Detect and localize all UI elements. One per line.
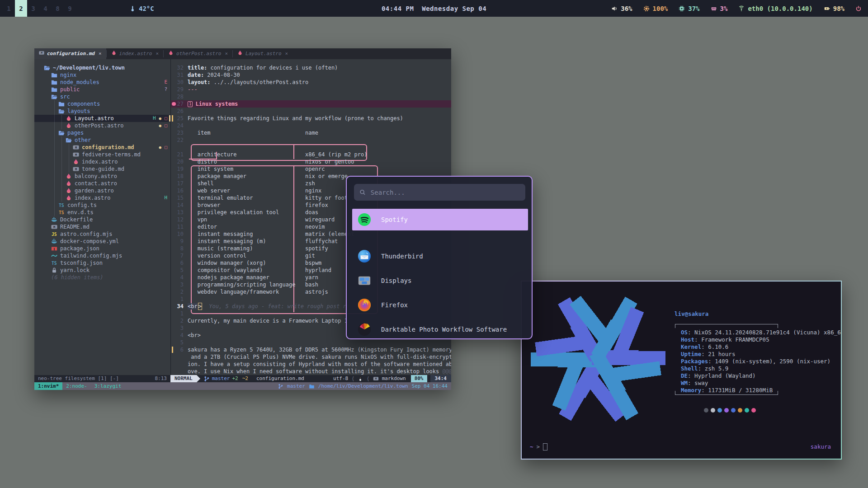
- tree-item-garden.astro[interactable]: garden.astro: [34, 187, 170, 194]
- tree-item-label: layouts: [67, 108, 90, 115]
- tree-item-Layout.astro[interactable]: Layout.astroH●□: [34, 115, 170, 122]
- tree-item---Development-liv.town[interactable]: ~/Development/liv.town: [34, 64, 170, 71]
- tree-item-fediverse-terms.md[interactable]: fediverse-terms.md: [34, 151, 170, 158]
- launcher-item-spotify[interactable]: Spotify: [352, 209, 528, 230]
- tab-close-icon[interactable]: ×: [99, 50, 102, 57]
- fastfetch-terminal: liv@sakura OS: NixOS 24.11.20240828.71e9…: [521, 281, 842, 460]
- tab-otherPost.astro[interactable]: otherPost.astro×: [164, 48, 232, 59]
- tree-item-yarn.lock[interactable]: yarn.lock: [34, 267, 170, 274]
- battery-module[interactable]: 98%: [824, 5, 844, 12]
- tree-item-label: (6 hidden items): [51, 274, 104, 281]
- volume-module[interactable]: 36%: [611, 5, 632, 12]
- tree-item-pages[interactable]: pages: [34, 129, 170, 136]
- tree-item-astro.config.mjs[interactable]: astro.config.mjs: [34, 230, 170, 238]
- tree-item-nginx[interactable]: nginx: [34, 71, 170, 79]
- markdown-icon: [373, 376, 379, 381]
- tree-item-public[interactable]: public?: [34, 86, 170, 93]
- tab-Layout.astro[interactable]: Layout.astro×: [233, 48, 292, 59]
- shell-prompt[interactable]: ~ >: [530, 443, 547, 450]
- launcher-item-displays[interactable]: Displays: [352, 270, 528, 291]
- separator-icon: ⟨: [366, 375, 369, 382]
- tab-configuration.md[interactable]: configuration.md×: [34, 48, 106, 59]
- tree-item-tailwind.config.mjs[interactable]: tailwind.config.mjs: [34, 252, 170, 259]
- tree-item-label: public: [60, 86, 80, 93]
- cpu-module[interactable]: 37%: [679, 5, 699, 12]
- launcher-item-firefox[interactable]: Firefox: [352, 294, 528, 316]
- brightness-module[interactable]: 100%: [643, 5, 668, 12]
- launcher-item-thunderbird[interactable]: Thunderbird: [352, 245, 528, 267]
- astro-icon: [66, 188, 72, 194]
- workspace-9[interactable]: 9: [64, 0, 76, 17]
- tree-item-other[interactable]: other: [34, 136, 170, 144]
- tmux-window-2:node-[interactable]: 2:node-: [62, 382, 90, 390]
- tree-item-package.json[interactable]: package.json: [34, 245, 170, 252]
- tree-item-layouts[interactable]: layouts: [34, 108, 170, 115]
- ts-icon: [58, 202, 65, 208]
- tree-item-README.md[interactable]: README.md: [34, 223, 170, 230]
- thunderbird-icon: [358, 249, 371, 263]
- tree-item-tone-guide.md[interactable]: tone-guide.md: [34, 165, 170, 173]
- fetch-info-row: Kernel: 6.10.6: [681, 343, 841, 351]
- tree-item-balcony.astro[interactable]: balcony.astro: [34, 173, 170, 180]
- astro-icon: [66, 181, 72, 187]
- network-module[interactable]: eth0 (10.0.0.140): [738, 5, 812, 12]
- launcher-item-darktable[interactable]: Darktable Photo Workflow Software: [352, 319, 528, 339]
- tree-item--6-hidden-items-[interactable]: (6 hidden items): [34, 274, 170, 281]
- tree-item-otherPost.astro[interactable]: otherPost.astro●□: [34, 122, 170, 129]
- tree-item-src[interactable]: src: [34, 93, 170, 100]
- tab-close-icon[interactable]: ×: [225, 50, 228, 57]
- tab-index.astro[interactable]: index.astro×: [107, 48, 163, 59]
- tree-item-docker-compose.yml[interactable]: docker-compose.yml: [34, 238, 170, 245]
- workspace-4[interactable]: 4: [39, 0, 52, 17]
- battery-icon: [824, 5, 830, 12]
- workspace-2[interactable]: 2: [15, 0, 27, 17]
- memory-module[interactable]: 3%: [711, 5, 728, 12]
- editor-tabline: configuration.md×index.astro×otherPost.a…: [34, 48, 451, 59]
- fetch-user-host: liv@sakura: [675, 310, 708, 318]
- tree-item-tsconfig.json[interactable]: tsconfig.json: [34, 259, 170, 267]
- tree-item-label: src: [60, 93, 70, 100]
- tree-item-components[interactable]: components: [34, 100, 170, 108]
- nixos-logo: [528, 289, 668, 429]
- fetch-info-row: Memory: 11731MiB / 31280MiB: [681, 387, 841, 394]
- tree-item-label: env.d.ts: [67, 209, 94, 216]
- launcher-search[interactable]: [354, 184, 525, 201]
- fetch-info-row: Uptime: 21 hours: [681, 351, 841, 358]
- search-input[interactable]: [370, 188, 520, 197]
- tab-close-icon[interactable]: ×: [156, 50, 159, 57]
- tree-item-node-modules[interactable]: node_modulesE: [34, 79, 170, 86]
- separator-icon: ⟨: [351, 375, 354, 382]
- tmux-window-1:nvim*[interactable]: 1:nvim*: [34, 382, 62, 390]
- tmux-right: master /home/liv/Development/liv.town Se…: [278, 383, 451, 390]
- memory-icon: [711, 5, 717, 12]
- tree-item-label: index.astro: [82, 158, 118, 165]
- tree-item-index.astro[interactable]: index.astroH: [34, 194, 170, 202]
- firefox-icon: [358, 298, 371, 312]
- workspace-1[interactable]: 1: [3, 0, 15, 17]
- folder-icon: [51, 72, 58, 78]
- astro-icon: [73, 159, 80, 165]
- ts-icon: [58, 210, 65, 216]
- tree-item-label: contact.astro: [75, 180, 117, 187]
- workspace-3[interactable]: 3: [27, 0, 39, 17]
- tmux-window-3:lazygit[interactable]: 3:lazygit: [91, 382, 125, 390]
- tree-item-config.ts[interactable]: config.ts: [34, 202, 170, 209]
- folder-open-icon: [58, 108, 65, 114]
- tab-close-icon[interactable]: ×: [285, 50, 288, 57]
- tree-item-label: config.ts: [67, 202, 97, 209]
- tree-item-index.astro[interactable]: index.astro: [34, 158, 170, 165]
- tree-item-env.d.ts[interactable]: env.d.ts: [34, 209, 170, 216]
- tree-item-configuration.md[interactable]: configuration.md●□: [34, 144, 170, 151]
- editor-line: 26: [171, 108, 451, 115]
- temperature-module: 42°C: [129, 5, 154, 12]
- tree-item-label: garden.astro: [75, 187, 114, 194]
- tmux-path: /home/liv/Development/liv.town: [318, 383, 408, 390]
- folder-open-icon: [58, 130, 65, 136]
- power-module[interactable]: [855, 5, 862, 12]
- tmux-datetime: Sep 04 16:44: [412, 383, 448, 390]
- workspace-8[interactable]: 8: [52, 0, 64, 17]
- statusline: neo-tree filesystem [1] [-] 8:13 NORMAL …: [34, 375, 451, 382]
- editor-line: 20 distro nixos or gentoo: [171, 158, 451, 165]
- tree-item-Dockerfile[interactable]: Dockerfile: [34, 216, 170, 223]
- tree-item-contact.astro[interactable]: contact.astro: [34, 180, 170, 187]
